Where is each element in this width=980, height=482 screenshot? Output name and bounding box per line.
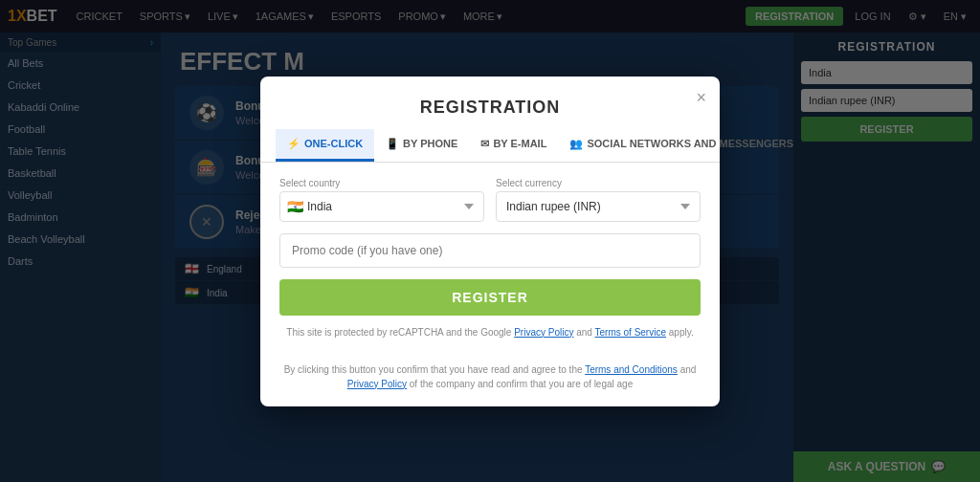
- privacy-policy-link[interactable]: Privacy Policy: [514, 327, 573, 338]
- tab-bar: ⚡ ONE-CLICK 📱 BY PHONE ✉ BY E-MAIL 👥 SOC…: [260, 129, 720, 163]
- tab-one-click[interactable]: ⚡ ONE-CLICK: [276, 129, 374, 162]
- modal-close-button[interactable]: ×: [696, 88, 706, 108]
- terms-of-service-link[interactable]: Terms of Service: [595, 327, 666, 338]
- tab-social[interactable]: 👥 SOCIAL NETWORKS AND MESSENGERS: [558, 129, 805, 162]
- privacy-policy-link2[interactable]: Privacy Policy: [347, 379, 407, 389]
- country-select[interactable]: India: [279, 191, 484, 222]
- email-icon: ✉: [480, 138, 489, 150]
- promo-code-input[interactable]: [279, 233, 701, 268]
- form-row-country-currency: Select country 🇮🇳 India Select currency …: [279, 178, 701, 222]
- country-group: Select country 🇮🇳 India: [279, 178, 484, 222]
- recaptcha-notice: This site is protected by reCAPTCHA and …: [279, 325, 701, 340]
- currency-group: Select currency Indian rupee (INR): [496, 178, 701, 222]
- country-label: Select country: [279, 178, 484, 188]
- terms-conditions-link[interactable]: Terms and Conditions: [585, 364, 678, 375]
- age-confirmation: By clicking this button you confirm that…: [260, 362, 720, 406]
- modal-overlay[interactable]: REGISTRATION × ⚡ ONE-CLICK 📱 BY PHONE ✉ …: [0, 0, 980, 482]
- tab-by-email[interactable]: ✉ BY E-MAIL: [469, 129, 558, 162]
- currency-select[interactable]: Indian rupee (INR): [496, 191, 701, 222]
- country-select-wrap: 🇮🇳 India: [279, 191, 484, 222]
- modal-title: REGISTRATION: [260, 77, 720, 129]
- social-icon: 👥: [569, 138, 583, 150]
- registration-modal: REGISTRATION × ⚡ ONE-CLICK 📱 BY PHONE ✉ …: [260, 77, 720, 406]
- register-button[interactable]: REGISTER: [279, 279, 701, 316]
- lightning-icon: ⚡: [287, 138, 301, 150]
- modal-body: Select country 🇮🇳 India Select currency …: [260, 163, 720, 355]
- currency-label: Select currency: [496, 178, 701, 188]
- phone-icon: 📱: [386, 138, 399, 150]
- tab-by-phone[interactable]: 📱 BY PHONE: [374, 129, 469, 162]
